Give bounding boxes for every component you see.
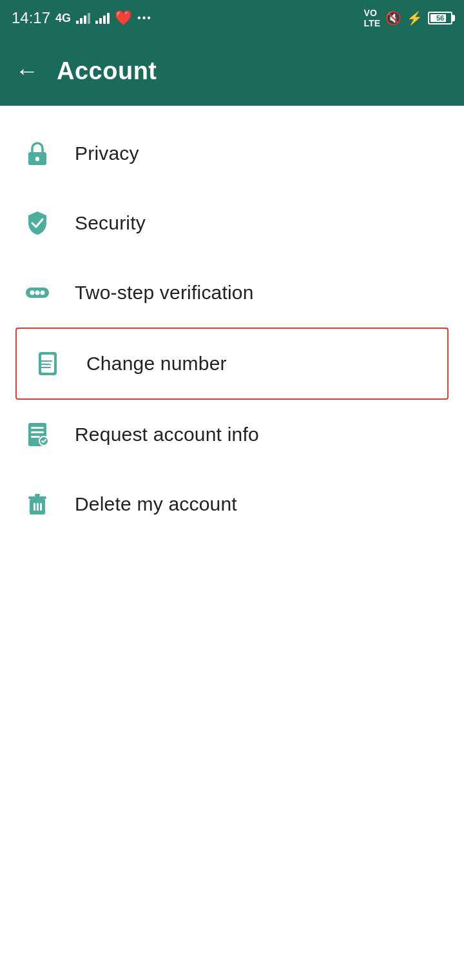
shield-icon <box>21 206 54 240</box>
mute-icon: 🔇 <box>385 10 401 26</box>
signal-bars-2 <box>95 12 110 24</box>
lock-icon <box>21 137 54 170</box>
app-icon-heart: ❤️ <box>115 10 132 26</box>
svg-point-4 <box>35 291 40 295</box>
page-title: Account <box>57 57 157 85</box>
menu-item-delete-account[interactable]: Delete my account <box>0 469 464 539</box>
status-bar-left: 14:17 4G ❤️ ••• <box>12 9 152 27</box>
document-icon <box>21 418 54 451</box>
bluetooth-icon: ⚡ <box>407 10 423 26</box>
menu-item-privacy[interactable]: Privacy <box>0 119 464 188</box>
menu-item-security[interactable]: Security <box>0 188 464 258</box>
dots-menu: ••• <box>137 12 152 24</box>
account-menu-list: Privacy Security Two-step verification <box>0 106 464 552</box>
menu-item-request-info[interactable]: Request account info <box>0 400 464 469</box>
security-label: Security <box>75 212 146 234</box>
status-bar: 14:17 4G ❤️ ••• VOLTE 🔇 ⚡ 56 <box>0 0 464 36</box>
delete-account-label: Delete my account <box>75 493 237 515</box>
svg-rect-17 <box>34 503 35 511</box>
svg-rect-11 <box>31 431 44 433</box>
network-4g: 4G <box>55 12 71 25</box>
app-bar: ← Account <box>0 36 464 106</box>
svg-rect-16 <box>35 494 40 496</box>
svg-rect-15 <box>28 496 46 499</box>
svg-point-5 <box>41 291 45 295</box>
svg-rect-10 <box>31 427 44 429</box>
back-button[interactable]: ← <box>15 59 39 83</box>
request-info-label: Request account info <box>75 424 259 446</box>
battery-icon: 56 <box>428 12 452 24</box>
svg-rect-19 <box>40 503 42 511</box>
privacy-label: Privacy <box>75 142 139 164</box>
svg-rect-12 <box>31 436 40 438</box>
trash-icon <box>21 487 54 521</box>
svg-rect-1 <box>35 157 39 161</box>
two-step-label: Two-step verification <box>75 282 254 304</box>
dots-icon <box>21 276 54 309</box>
menu-item-two-step[interactable]: Two-step verification <box>0 258 464 328</box>
signal-bars-1 <box>76 12 90 24</box>
status-bar-right: VOLTE 🔇 ⚡ 56 <box>364 8 452 28</box>
time-display: 14:17 <box>12 9 50 27</box>
svg-rect-18 <box>37 503 39 511</box>
menu-item-change-number[interactable]: ↔ Change number <box>15 328 449 400</box>
change-number-icon: ↔ <box>32 347 66 380</box>
change-number-label: Change number <box>86 353 227 375</box>
svg-point-3 <box>30 291 35 295</box>
volte-icon: VOLTE <box>364 8 380 28</box>
